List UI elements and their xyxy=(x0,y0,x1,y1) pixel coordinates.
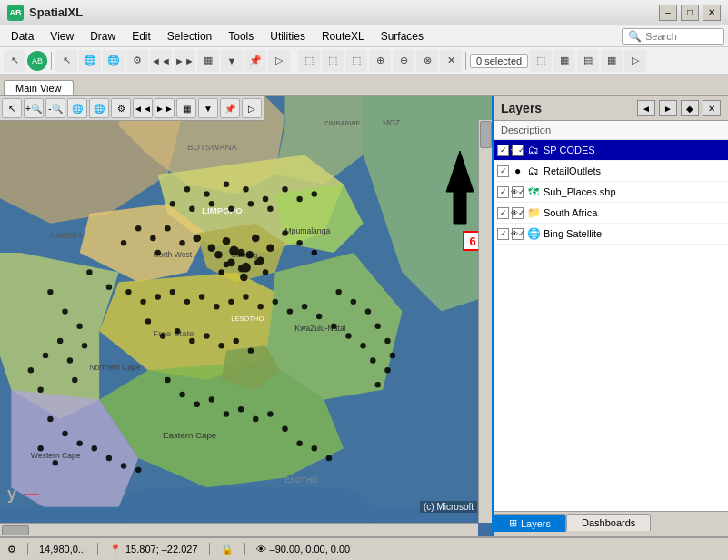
svg-point-45 xyxy=(170,289,175,295)
tb-select3[interactable]: ⬚ xyxy=(345,50,367,72)
layer-name-bing: Bing Satellite xyxy=(544,228,724,239)
map-pointer-btn[interactable]: ↖ xyxy=(2,98,22,118)
minimize-button[interactable]: – xyxy=(659,5,677,21)
layer-row-bing[interactable]: 👁 🌐 Bing Satellite xyxy=(494,224,728,245)
map-globe2-btn[interactable]: 🌐 xyxy=(89,98,109,118)
tb-pointer[interactable]: ↖ xyxy=(4,50,25,72)
map-hscroll[interactable] xyxy=(0,523,478,536)
layer-check-sp-codes[interactable] xyxy=(497,145,509,156)
tb-pointer2[interactable]: ↖ xyxy=(55,50,77,72)
svg-text:ZIMBABWE: ZIMBABWE xyxy=(324,119,361,127)
svg-point-98 xyxy=(53,460,58,465)
layer-vis-subplaces[interactable]: 👁 xyxy=(512,186,524,198)
menu-edit[interactable]: Edit xyxy=(125,28,158,45)
tb-pin[interactable]: 📌 xyxy=(244,50,266,72)
status-location: 📍 15.807; –22.027 xyxy=(109,544,198,555)
tb-globe[interactable]: 🌐 xyxy=(79,50,101,72)
menu-tools[interactable]: Tools xyxy=(221,28,261,45)
svg-point-42 xyxy=(125,289,131,295)
layer-check-bing[interactable] xyxy=(497,228,509,240)
tb-deselect[interactable]: ✕ xyxy=(440,50,462,72)
layer-vis-retail[interactable]: ● xyxy=(512,165,524,177)
svg-point-88 xyxy=(312,445,317,451)
tab-main-view[interactable]: Main View xyxy=(4,80,74,95)
tb-extra3[interactable]: ▷ xyxy=(624,50,646,72)
map-arr-btn[interactable]: ▷ xyxy=(242,98,262,118)
tb-layer-icon[interactable]: AB xyxy=(27,51,47,71)
tb-select2[interactable]: ⬚ xyxy=(322,50,344,72)
svg-point-87 xyxy=(296,441,302,446)
tb-settings[interactable]: ⚙ xyxy=(126,50,148,72)
tb-grid[interactable]: ▦ xyxy=(197,50,219,72)
map-drop-btn[interactable]: ▼ xyxy=(198,98,218,118)
layer-check-subplaces[interactable] xyxy=(497,186,509,198)
map-zoom-in[interactable]: +🔍 xyxy=(24,98,44,118)
svg-point-66 xyxy=(234,338,239,344)
svg-point-81 xyxy=(209,396,214,402)
layer-vis-sa[interactable]: 👁 xyxy=(512,207,524,219)
tb-prev[interactable]: ◄◄ xyxy=(150,50,172,72)
tb-globe2[interactable]: 🌐 xyxy=(103,50,125,72)
separator-2 xyxy=(294,52,294,70)
tb-dropdown[interactable]: ▼ xyxy=(221,50,243,72)
map-zoom-out[interactable]: -🔍 xyxy=(45,98,65,118)
search-box[interactable]: 🔍 xyxy=(622,28,724,45)
tb-select4[interactable]: ⊕ xyxy=(369,50,391,72)
map-globe-btn[interactable]: 🌐 xyxy=(67,98,87,118)
layer-check-retail[interactable] xyxy=(497,165,509,177)
svg-point-103 xyxy=(384,338,390,344)
main-content: LIMPOPO NAMIBIA BOTSWANA North West Gaut… xyxy=(0,96,728,536)
tb-next[interactable]: ►► xyxy=(174,50,195,72)
layer-vis-bing[interactable]: 👁 xyxy=(512,228,524,240)
layers-pin-btn[interactable]: ◆ xyxy=(681,100,699,116)
svg-point-83 xyxy=(238,406,244,412)
menu-view[interactable]: View xyxy=(43,28,81,45)
layer-row-retail[interactable]: ● 🗂 RetailOutlets xyxy=(494,161,728,182)
app-icon: AB xyxy=(7,5,24,21)
menu-selection[interactable]: Selection xyxy=(160,28,219,45)
map-area[interactable]: LIMPOPO NAMIBIA BOTSWANA North West Gaut… xyxy=(0,96,492,536)
tab-layers[interactable]: ⊞ Layers xyxy=(494,514,566,532)
map-back-btn[interactable]: ◄◄ xyxy=(133,98,153,118)
tb-select5[interactable]: ⊖ xyxy=(393,50,414,72)
tb-select6[interactable]: ⊗ xyxy=(416,50,438,72)
view-tabs: Main View xyxy=(0,75,728,96)
tb-copy1[interactable]: ⬚ xyxy=(530,50,552,72)
map-config-btn[interactable]: ⚙ xyxy=(111,98,131,118)
tb-select1[interactable]: ⬚ xyxy=(298,50,320,72)
eye-icon: 👁 xyxy=(256,544,266,555)
tab-dashboards[interactable]: Dashboards xyxy=(566,514,651,531)
map-svg: LIMPOPO NAMIBIA BOTSWANA North West Gaut… xyxy=(0,96,492,536)
svg-point-77 xyxy=(37,386,43,392)
layer-check-sa[interactable] xyxy=(497,207,509,219)
map-mini-toolbar: ↖ +🔍 -🔍 🌐 🌐 ⚙ ◄◄ ►► ▦ ▼ 📌 ▷ xyxy=(0,96,264,121)
layer-vis-sp-codes[interactable]: 👁 xyxy=(512,145,524,156)
map-grid-btn[interactable]: ▦ xyxy=(176,98,196,118)
map-copyright: (c) Microsoft xyxy=(420,501,477,513)
tb-extra2[interactable]: ▦ xyxy=(601,50,623,72)
tb-copy2[interactable]: ▦ xyxy=(553,50,575,72)
menu-surfaces[interactable]: Surfaces xyxy=(374,28,431,45)
map-vscroll[interactable] xyxy=(478,120,492,523)
layer-row-subplaces[interactable]: 👁 🗺 Sub_Places.shp xyxy=(494,182,728,203)
layer-row-sp-codes[interactable]: 👁 🗂 SP CODES xyxy=(494,140,728,161)
layers-prev-btn[interactable]: ◄ xyxy=(637,100,655,116)
layers-list[interactable]: 👁 🗂 SP CODES ● 🗂 RetailOutlets 👁 🗺 Sub_P… xyxy=(494,140,728,511)
tb-extra[interactable]: ▷ xyxy=(268,50,290,72)
close-button[interactable]: ✕ xyxy=(703,5,721,21)
menu-routexl[interactable]: RouteXL xyxy=(314,28,372,45)
layers-close-btn[interactable]: ✕ xyxy=(703,100,721,116)
menu-draw[interactable]: Draw xyxy=(83,28,123,45)
svg-point-38 xyxy=(218,269,224,275)
map-pin-btn[interactable]: 📌 xyxy=(220,98,240,118)
svg-point-59 xyxy=(370,357,375,363)
tb-table[interactable]: ▤ xyxy=(577,50,599,72)
layers-next-btn[interactable]: ► xyxy=(659,100,677,116)
layer-row-south-africa[interactable]: 👁 📁 South Africa xyxy=(494,203,728,224)
search-input[interactable] xyxy=(645,31,718,42)
menu-data[interactable]: Data xyxy=(4,28,41,45)
map-fwd-btn[interactable]: ►► xyxy=(155,98,175,118)
svg-text:LIMPOPO: LIMPOPO xyxy=(202,205,243,215)
menu-utilities[interactable]: Utilities xyxy=(263,28,313,45)
restore-button[interactable]: □ xyxy=(681,5,699,21)
